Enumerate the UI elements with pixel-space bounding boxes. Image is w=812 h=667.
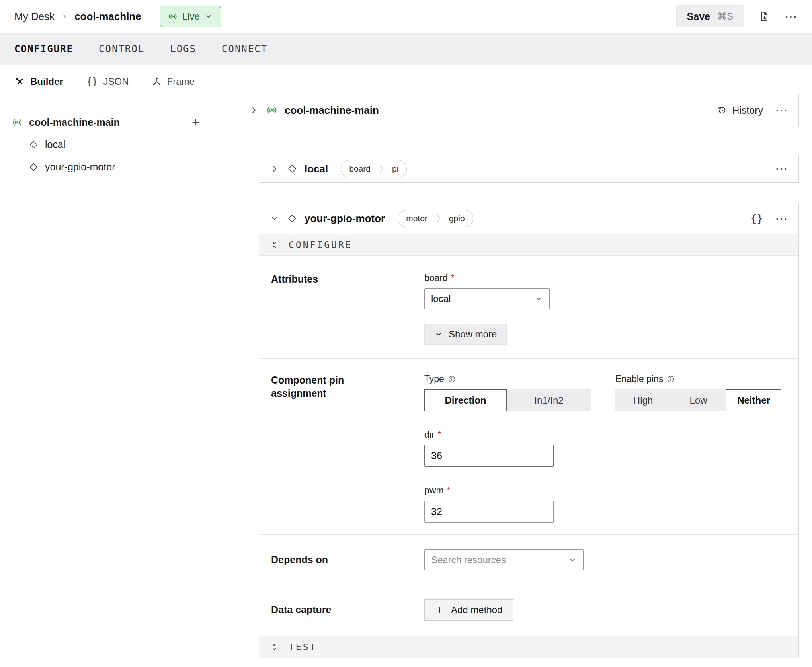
machine-report-button[interactable]	[758, 10, 770, 22]
chevron-down-icon	[269, 213, 280, 224]
json-braces-icon: {}	[86, 76, 98, 87]
tag-separator-icon	[379, 160, 384, 177]
chevron-down-icon	[568, 556, 577, 564]
motor-card-actions: {} ⋯	[751, 212, 788, 225]
add-component-button[interactable]	[191, 117, 201, 127]
local-overflow-button[interactable]: ⋯	[775, 162, 788, 175]
save-button[interactable]: Save ⌘S	[676, 5, 744, 27]
tag-motor: motor	[398, 210, 435, 227]
info-icon[interactable]	[666, 375, 675, 384]
test-section-bar: TEST	[259, 636, 798, 658]
gpio-motor-card-title: your-gpio-motor	[304, 213, 385, 225]
unfold-icon	[269, 642, 279, 652]
history-button[interactable]: History	[717, 105, 763, 116]
collapse-configure-icon[interactable]	[269, 240, 279, 250]
view-builder-label: Builder	[30, 76, 63, 87]
local-board-card: local board pi ⋯	[259, 155, 799, 183]
type-field-label: Type	[424, 374, 591, 384]
type-segmented-control: Direction In1/In2	[424, 389, 591, 411]
required-asterisk: *	[451, 273, 455, 283]
tag-gpio: gpio	[441, 210, 473, 227]
chevron-down-icon	[205, 12, 213, 20]
dir-field-label: dir *	[424, 429, 781, 440]
add-method-button[interactable]: Add method	[424, 599, 513, 621]
depends-on-select[interactable]: Search resources	[424, 549, 584, 570]
component-diamond-icon	[29, 162, 39, 172]
view-frame[interactable]: Frame	[152, 76, 195, 87]
enable-option-high[interactable]: High	[615, 389, 671, 411]
pwm-field-group: pwm *	[424, 485, 781, 523]
dir-input[interactable]	[424, 445, 554, 467]
pin-assignment-label: Component pin assignment	[271, 374, 424, 523]
view-json[interactable]: {} JSON	[86, 76, 129, 87]
edit-json-button[interactable]: {}	[751, 213, 763, 224]
expand-local-chevron[interactable]	[269, 164, 280, 174]
show-more-button[interactable]: Show more	[424, 324, 507, 345]
motor-overflow-button[interactable]: ⋯	[775, 212, 788, 225]
show-more-label: Show more	[449, 329, 497, 340]
fold-icon	[269, 240, 279, 250]
pwm-field-label: pwm *	[424, 485, 781, 496]
type-option-in1in2[interactable]: In1/In2	[507, 389, 591, 411]
tab-control[interactable]: CONTROL	[99, 43, 144, 55]
pin-assignment-fields: Type Direction In1/In2 Enable pins	[424, 374, 781, 523]
test-bar-label: TEST	[289, 642, 317, 652]
data-capture-label: Data capture	[271, 599, 424, 621]
view-json-label: JSON	[103, 76, 129, 87]
machine-card: cool-machine-main History ⋯	[238, 94, 799, 127]
live-status-button[interactable]: Live	[160, 6, 221, 27]
board-select-value: local	[431, 293, 451, 304]
collapse-motor-chevron[interactable]	[269, 213, 280, 224]
local-card-title: local	[304, 163, 328, 175]
machine-card-actions: History ⋯	[717, 104, 788, 117]
tree-local-label: local	[45, 139, 65, 150]
history-label: History	[732, 105, 763, 116]
info-icon[interactable]	[447, 375, 456, 384]
gpio-motor-card: your-gpio-motor motor gpio {} ⋯ CONFIGUR…	[259, 203, 799, 658]
tree-item-gpio-motor[interactable]: your-gpio-motor	[12, 156, 201, 177]
required-asterisk: *	[447, 485, 451, 496]
board-select[interactable]: local	[424, 288, 550, 309]
plus-icon	[435, 605, 445, 615]
component-diamond-icon	[29, 140, 39, 150]
data-capture-section: Data capture Add method	[259, 585, 798, 636]
local-type-tags: board pi	[341, 160, 407, 177]
topbar-actions: Save ⌘S ⋯	[676, 5, 798, 27]
config-content: cool-machine-main History ⋯ local board …	[218, 65, 812, 667]
breadcrumb-current: cool-machine	[74, 10, 141, 23]
component-diamond-icon	[287, 213, 297, 224]
machine-signal-icon	[266, 105, 277, 116]
breadcrumb-parent[interactable]: My Desk	[14, 10, 55, 23]
tree-item-machine-main[interactable]: cool-machine-main	[12, 112, 201, 133]
breadcrumb-separator-icon	[61, 13, 68, 20]
view-builder[interactable]: Builder	[15, 76, 63, 87]
top-bar: My Desk cool-machine Live Save ⌘S ⋯	[0, 0, 812, 33]
attributes-fields: board * local Show more	[424, 273, 550, 345]
tab-configure[interactable]: CONFIGURE	[14, 43, 73, 55]
pwm-input[interactable]	[424, 501, 554, 523]
enable-pins-group: Enable pins High Low Neither	[615, 374, 781, 411]
board-field-label: board *	[424, 273, 550, 283]
chevron-down-icon	[434, 330, 443, 339]
machine-children: local board pi ⋯ your-gpio-motor motor	[238, 127, 799, 667]
enable-pins-segmented-control: High Low Neither	[615, 389, 781, 411]
machine-card-title: cool-machine-main	[285, 104, 379, 117]
expand-machine-chevron[interactable]	[249, 105, 259, 115]
type-option-direction[interactable]: Direction	[424, 389, 507, 411]
enable-option-neither[interactable]: Neither	[726, 389, 781, 411]
machine-overflow-button[interactable]: ⋯	[775, 104, 788, 117]
view-frame-label: Frame	[167, 76, 195, 87]
depends-on-label: Depends on	[271, 549, 424, 570]
tab-connect[interactable]: CONNECT	[222, 43, 267, 55]
overflow-menu-button[interactable]: ⋯	[785, 10, 798, 23]
configure-section-bar: CONFIGURE	[259, 234, 798, 256]
machine-signal-icon	[168, 12, 178, 21]
tab-logs[interactable]: LOGS	[170, 43, 196, 55]
add-method-label: Add method	[451, 605, 502, 616]
attributes-section: Attributes board * local Show more	[259, 256, 798, 358]
enable-option-low[interactable]: Low	[671, 389, 726, 411]
chevron-down-icon	[534, 294, 543, 303]
expand-test-icon[interactable]	[269, 642, 279, 652]
tag-separator-icon	[435, 210, 441, 227]
tree-item-local[interactable]: local	[12, 134, 201, 155]
